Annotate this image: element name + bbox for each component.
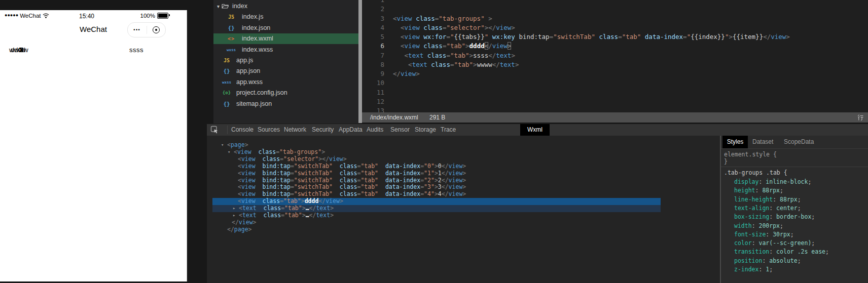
expand-arrow-right-icon[interactable]: ▸ (233, 212, 235, 219)
file-item-project.config.json[interactable]: {o}project.config.json (213, 88, 358, 98)
capsule-menu[interactable]: ••• (127, 22, 166, 37)
code-token: < (239, 205, 242, 212)
css-property[interactable]: width: 200rpx; (734, 222, 783, 230)
code-token: view (401, 70, 416, 77)
expand-arrow-down-icon[interactable]: ▾ (228, 149, 230, 156)
sidebar-tab-dataset[interactable]: Dataset (752, 136, 773, 148)
debugger-tab-audits[interactable]: Audits (367, 124, 383, 136)
code-token: view (449, 183, 463, 190)
tree-row[interactable]: <view bind:tap="switchTab" class="tab" d… (212, 191, 661, 198)
tree-row[interactable]: <view bind:tap="switchTab" class="tab" d… (212, 177, 661, 184)
code-line[interactable]: 10 (362, 78, 868, 88)
file-item-index.json[interactable]: {}index.json (213, 23, 358, 33)
element-style-close[interactable]: } (724, 158, 728, 165)
css-property[interactable]: box-sizing: border-box; (734, 213, 815, 221)
code-token (641, 33, 645, 41)
code-line[interactable]: 4 <view class="selector"></view> (362, 23, 868, 32)
tree-row[interactable]: </view> (212, 219, 661, 226)
tree-row[interactable]: ▾<page> (212, 142, 661, 149)
inspect-element-icon[interactable] (210, 126, 219, 134)
css-property-name: color (734, 239, 752, 247)
file-item-index.wxml[interactable]: <>index.wxml (213, 33, 358, 44)
css-property[interactable]: height: 88rpx; (734, 186, 783, 195)
rule-selector[interactable]: .tab-groups .tab { (724, 169, 787, 176)
tree-row[interactable]: <view bind:tap="switchTab" class="tab" d… (212, 184, 661, 191)
css-semicolon: ; (811, 213, 815, 220)
folder-expand-arrow-icon[interactable]: ▾ (217, 1, 220, 12)
sidebar-tab-scopedata[interactable]: ScopeData (784, 136, 814, 148)
debugger-toolbar: ConsoleSourcesNetworkSecurityAppDataAudi… (207, 124, 868, 136)
debugger-tab-network[interactable]: Network (284, 124, 306, 136)
css-property-value: absolute (769, 257, 797, 264)
code-line[interactable]: 1 (362, 0, 868, 5)
folder-item-index[interactable]: ▾index (213, 1, 358, 12)
file-item-index.wxss[interactable]: wxssindex.wxss (213, 45, 358, 55)
code-line[interactable]: 2 (362, 5, 868, 14)
css-semicolon: ; (780, 187, 783, 194)
file-label: index.js (242, 12, 263, 22)
code-line[interactable]: 5 <view wx:for="{{tabs}}" wx:key bind:ta… (362, 32, 868, 42)
css-property-name: text-align (734, 205, 769, 212)
css-property[interactable]: z-index: 1; (734, 265, 773, 274)
css-property[interactable]: display: inline-block; (734, 178, 811, 186)
code-token: = (291, 163, 294, 170)
tab-text-ssss[interactable]: ssss (129, 46, 143, 54)
overlapping-tabs-text[interactable]: wwwwdddd01234 (9, 46, 45, 54)
code-token (378, 190, 385, 197)
more-menu-icon[interactable]: ••• (128, 27, 147, 32)
code-line[interactable]: 12 (362, 97, 868, 106)
code-token: data-index (385, 170, 420, 177)
code-token: "tab" (446, 42, 465, 50)
tree-row[interactable]: <view class="selector"></view> (212, 156, 661, 163)
file-item-app.js[interactable]: JSapp.js (213, 55, 358, 66)
element-style-selector[interactable]: element.style { (724, 151, 777, 158)
code-token: class (340, 190, 357, 197)
debugger-tab-trace[interactable]: Trace (441, 124, 456, 136)
json-file-icon: {} (222, 99, 231, 109)
tree-row[interactable]: ▸<text class="tab">…</text> (212, 205, 661, 212)
code-line[interactable]: 9</view> (362, 69, 868, 78)
code-token: class (259, 148, 276, 155)
tree-row[interactable]: <view class="tab">dddd</view> (212, 198, 661, 205)
file-item-sitemap.json[interactable]: {}sitemap.json (213, 99, 358, 109)
code-line[interactable]: 6 <view class="tab">dddd</view> (362, 42, 868, 51)
code-line[interactable]: 13 (362, 106, 868, 112)
tree-row[interactable]: <view bind:tap="switchTab" class="tab" d… (212, 163, 661, 170)
file-item-app.wxss[interactable]: wxssapp.wxss (213, 77, 358, 88)
code-text: <text class="tab">ssss</text> (393, 51, 515, 60)
code-line[interactable]: 7 <text class="tab">ssss</text> (362, 51, 868, 60)
debugger-tab-sources[interactable]: Sources (258, 124, 280, 136)
code-token: bind:tap (515, 33, 550, 41)
code-line[interactable]: 8 <text class="tab">wwww</text> (362, 60, 868, 69)
close-mini-program-icon[interactable] (147, 26, 166, 33)
file-item-app.json[interactable]: {}app.json (213, 66, 358, 76)
code-editor[interactable]: 123<view class="tab-groups" >4 <view cla… (362, 0, 868, 112)
css-property[interactable]: line-height: 88rpx; (734, 195, 801, 204)
tree-row[interactable]: ▾<view class="tab-groups"> (212, 149, 661, 156)
code-token: dddd (305, 197, 319, 205)
css-property[interactable]: text-align: center; (734, 204, 801, 213)
css-property[interactable]: position: absolute; (734, 257, 801, 265)
debugger-tab-security[interactable]: Security (312, 124, 334, 136)
expand-arrow-down-icon[interactable]: ▾ (221, 142, 224, 149)
code-token: < (239, 212, 242, 219)
sidebar-tab-styles[interactable]: Styles (722, 136, 748, 148)
code-line[interactable]: 11 (362, 88, 868, 97)
code-token: </ (442, 170, 449, 177)
expand-arrow-right-icon[interactable]: ▸ (233, 205, 235, 212)
tree-row[interactable]: <view bind:tap="switchTab" class="tab" d… (212, 170, 661, 177)
explorer-editor-splitter[interactable] (358, 0, 362, 123)
code-line[interactable]: 3<view class="tab-groups" > (362, 14, 868, 23)
debugger-tab-storage[interactable]: Storage (415, 124, 436, 136)
css-property[interactable]: color: var(--sc-green); (734, 239, 815, 248)
debugger-tab-sensor[interactable]: Sensor (390, 124, 410, 136)
debugger-tab-console[interactable]: Console (231, 124, 254, 136)
debugger-tab-appdata[interactable]: AppData (339, 124, 363, 136)
debugger-tab-wxml[interactable]: Wxml (520, 124, 550, 136)
css-property[interactable]: font-size: 30rpx; (734, 230, 794, 239)
line-mode-icon[interactable] (857, 114, 864, 121)
css-property[interactable]: transition: color .2s ease; (734, 248, 829, 256)
file-item-index.js[interactable]: JSindex.js (213, 12, 358, 22)
tree-row[interactable]: </page> (212, 226, 661, 233)
tree-row[interactable]: ▸<text class="tab">…</text> (212, 212, 661, 219)
